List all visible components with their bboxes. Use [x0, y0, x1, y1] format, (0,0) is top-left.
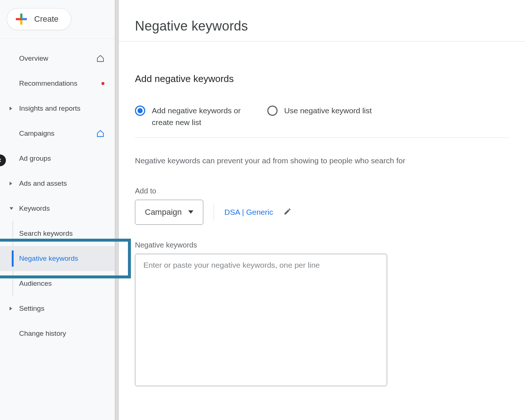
target-campaign-link[interactable]: DSA | Generic — [224, 208, 273, 217]
radio-add-new[interactable]: Add negative keywords or create new list — [135, 105, 253, 128]
sidebar-item-audiences[interactable]: Audiences — [0, 271, 115, 296]
sidebar-item-negative-keywords[interactable]: Negative keywords — [0, 246, 115, 271]
sidebar-item-keywords[interactable]: Keywords — [0, 196, 115, 221]
sidebar-nav: Overview Recommendations Insights and re… — [0, 39, 115, 346]
add-to-dropdown[interactable]: Campaign — [135, 200, 203, 225]
sidebar-item-campaigns[interactable]: Campaigns — [0, 121, 115, 146]
sidebar-item-settings[interactable]: Settings — [0, 296, 115, 321]
add-to-label: Add to — [135, 187, 509, 195]
chevron-right-icon — [10, 182, 12, 185]
negative-keywords-label: Negative keywords — [135, 241, 509, 249]
plus-icon — [16, 14, 27, 25]
page-title: Negative keywords — [119, 9, 525, 42]
pane-divider[interactable] — [115, 0, 119, 420]
keywords-subnav: Search keywords Negative keywords Audien… — [0, 221, 115, 296]
edit-icon[interactable] — [283, 207, 292, 217]
negative-keywords-input[interactable] — [135, 254, 387, 386]
sidebar-item-recommendations[interactable]: Recommendations — [0, 71, 115, 96]
separator — [214, 204, 214, 221]
chevron-right-icon — [10, 107, 12, 110]
sidebar: Create Overview Recommendations Insights… — [0, 0, 115, 420]
radio-unselected-icon — [267, 106, 278, 116]
create-button[interactable]: Create — [7, 8, 71, 30]
chevron-right-icon — [10, 307, 12, 310]
radio-use-list[interactable]: Use negative keyword list — [267, 105, 372, 117]
caret-down-icon — [188, 210, 193, 214]
create-button-label: Create — [34, 14, 58, 24]
mode-radio-group: Add negative keywords or create new list… — [135, 102, 509, 138]
alert-dot-icon — [101, 82, 104, 85]
section-title: Add negative keywords — [135, 73, 509, 94]
main-content: Negative keywords Add negative keywords … — [119, 0, 525, 420]
help-text: Negative keywords can prevent your ad fr… — [135, 146, 509, 179]
radio-selected-icon — [135, 106, 145, 116]
home-icon — [96, 54, 104, 63]
sidebar-item-ads-assets[interactable]: Ads and assets — [0, 171, 115, 196]
home-icon — [96, 129, 104, 138]
sidebar-item-insights[interactable]: Insights and reports — [0, 96, 115, 121]
sidebar-item-change-history[interactable]: Change history — [0, 321, 115, 346]
sidebar-item-adgroups[interactable]: Ad groups — [0, 146, 115, 171]
sidebar-item-overview[interactable]: Overview — [0, 46, 115, 71]
chevron-down-icon — [10, 207, 13, 210]
sidebar-item-search-keywords[interactable]: Search keywords — [0, 221, 115, 246]
